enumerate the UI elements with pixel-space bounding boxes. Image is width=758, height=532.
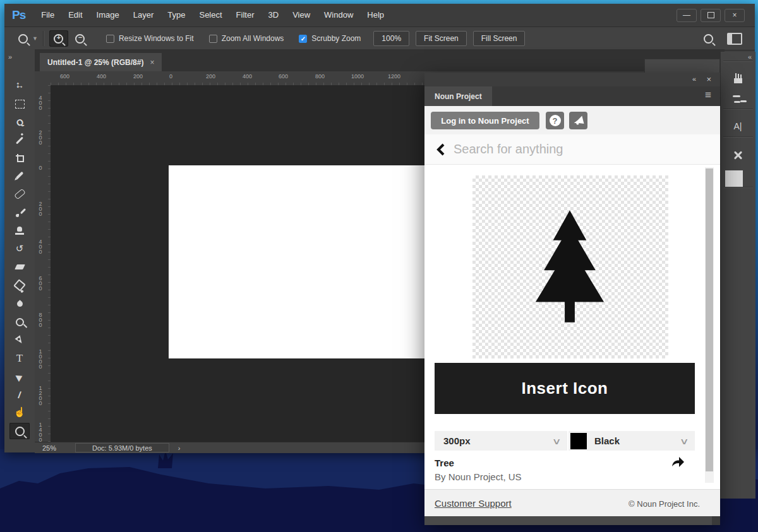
document-tab-bar: Untitled-1 @ 25% (RGB/8#) × [35,49,725,71]
checkbox-checked-icon: ✓ [299,35,307,43]
panel-bottom-strip [424,516,720,525]
eraser-icon [15,264,25,269]
hand-tool[interactable]: ☝ [9,404,30,420]
panel-resize-corner[interactable] [712,516,720,525]
brush-spray-icon [733,94,743,103]
path-select-tool[interactable]: ▶ [9,369,30,385]
zoom-100-button[interactable]: 100% [373,31,409,46]
magic-wand-tool[interactable] [9,132,30,148]
eraser-tool[interactable] [9,259,30,275]
zoom-all-windows-label: Zoom All Windows [222,34,284,43]
document-tab[interactable]: Untitled-1 @ 25% (RGB/8#) × [40,53,162,71]
preferences-panel-button[interactable] [730,168,746,183]
collapse-panel-icon[interactable]: « [692,75,695,83]
document-canvas[interactable] [169,165,430,358]
share-arrow-icon[interactable] [671,456,685,468]
brushes-panel-button[interactable] [730,71,746,86]
hand-icon: ☝ [14,407,26,417]
healing-brush-tool[interactable] [9,186,30,202]
eyedropper-tool[interactable] [9,167,30,184]
fill-screen-button[interactable]: Fill Screen [473,31,526,46]
noun-project-panel: « × Noun Project ≡ Log in to Noun Projec… [424,73,720,525]
panel-scrollbar[interactable] [705,167,714,483]
scrubby-zoom-checkbox[interactable]: ✓ Scrubby Zoom [299,34,361,43]
zoom-all-windows-checkbox[interactable]: Zoom All Windows [209,34,284,43]
tools-panel-button[interactable] [730,148,746,163]
chevron-down-icon: ▼ [32,35,38,42]
menu-filter[interactable]: Filter [229,4,262,27]
menu-window[interactable]: Window [317,4,360,27]
resize-windows-label: Resize Windows to Fit [119,34,194,43]
zoom-tool[interactable] [9,423,30,439]
blur-tool[interactable] [9,295,30,312]
divider [723,109,753,110]
dodge-icon [16,318,24,326]
plus-icon: + [55,33,62,41]
collapse-dock-icon[interactable]: « [748,53,750,61]
minimize-button[interactable]: — [677,9,697,22]
menu-type[interactable]: Type [160,4,192,27]
panel-footer: Customer Support © Noun Project Inc. [424,489,720,517]
character-panel-button[interactable]: A| [730,119,746,134]
search-icon[interactable] [704,34,713,44]
marquee-tool[interactable] [9,96,30,112]
menu-image[interactable]: Image [90,4,126,27]
search-bar[interactable]: Search for anything [424,134,720,165]
line-tool[interactable]: / [9,386,30,403]
clone-source-panel-button[interactable] [730,91,746,106]
tree-icon-preview [528,207,611,326]
resize-windows-checkbox[interactable]: Resize Windows to Fit [106,34,194,43]
zoom-out-button[interactable]: − [71,30,90,47]
menu-edit[interactable]: Edit [61,4,89,27]
clone-stamp-tool[interactable] [9,222,30,239]
noun-project-tab[interactable]: Noun Project [424,86,492,106]
crop-tool[interactable] [9,150,30,166]
fit-screen-button[interactable]: Fit Screen [416,31,467,46]
icon-title: Tree [435,458,454,468]
maximize-button[interactable] [701,9,721,22]
menu-file[interactable]: File [34,4,61,27]
customer-support-link[interactable]: Customer Support [435,498,512,509]
status-chevron-icon[interactable]: › [178,444,181,452]
lasso-tool[interactable]: Q [9,114,30,131]
workspace-icon[interactable] [727,33,742,45]
login-button[interactable]: Log in to Noun Project [431,112,539,129]
pen-tool[interactable] [9,332,30,348]
color-dropdown[interactable]: Black ∨ [568,431,695,451]
gear-list-icon [733,171,743,180]
help-button[interactable]: ? [546,112,564,129]
close-button[interactable]: × [725,9,745,22]
back-chevron-icon[interactable] [436,143,446,157]
menu-layer[interactable]: Layer [126,4,161,27]
feedback-button[interactable] [569,112,587,129]
scrollbar-thumb[interactable] [706,168,713,471]
insert-icon-button[interactable]: Insert Icon [435,363,695,414]
menu-3d[interactable]: 3D [262,4,286,27]
history-brush-tool[interactable]: ↺ [9,240,30,257]
menu-select[interactable]: Select [192,4,229,27]
close-tab-icon[interactable]: × [150,58,154,67]
tools-panel: » ↔↔ Q ↺ T ▶ / ☝ [4,49,35,452]
paint-bucket-tool[interactable] [9,277,30,293]
zoom-level-field[interactable]: 25% [42,444,75,452]
close-panel-icon[interactable]: × [706,74,711,84]
panel-menu-icon[interactable]: ≡ [705,89,711,102]
collapse-tools-icon[interactable]: » [8,53,11,61]
zoom-in-button[interactable]: + [49,30,68,47]
size-dropdown[interactable]: 300px ∨ [435,431,567,451]
type-tool[interactable]: T [9,350,30,367]
menu-help[interactable]: Help [360,4,391,27]
dodge-tool[interactable] [9,314,30,330]
brush-tool[interactable] [9,204,30,221]
pen-nib-icon [15,335,24,345]
move-tool[interactable]: ↔↔ [9,77,30,93]
magnifier-icon [15,427,25,436]
zoom-tool-preset[interactable]: ▼ [18,34,38,44]
vertical-ruler: 400 200 0 200 400 600 800 1000 1200 1400 [35,85,51,442]
options-bar: ▼ + − Resize Windows to Fit Zoom All Win… [4,27,755,50]
magic-wand-icon [16,136,23,144]
search-input[interactable]: Search for anything [454,142,563,157]
paint-bucket-icon [13,279,26,292]
menu-view[interactable]: View [286,4,317,27]
crop-icon [16,154,24,162]
